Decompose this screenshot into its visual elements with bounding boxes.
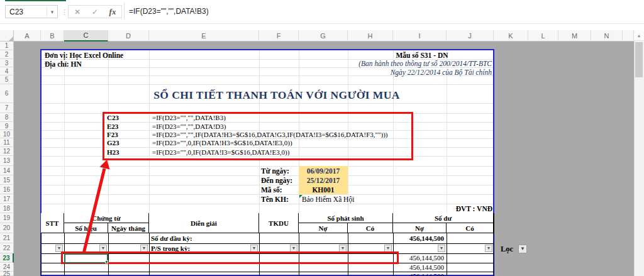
row-header-17[interactable]: 17	[0, 194, 14, 204]
header-ps-co: Có	[348, 223, 393, 233]
fill-handle[interactable]	[105, 260, 108, 263]
column-header-a[interactable]: A	[14, 30, 41, 41]
opening-balance-debit: 456,144,500	[393, 235, 444, 242]
table-line	[41, 243, 494, 244]
row-header-6[interactable]: 6	[0, 84, 14, 103]
from-date-label: Từ ngày:	[261, 167, 289, 175]
unit-label: ĐVT : VNĐ	[402, 205, 492, 213]
table-line	[447, 233, 447, 276]
scroll-up-icon[interactable]: ▲	[634, 30, 644, 41]
formula-bar-divider	[124, 3, 125, 19]
header-sd-co: Có	[447, 223, 494, 233]
name-box-caret-icon[interactable]: ▾	[47, 9, 57, 15]
balance-row-25: 456,144,500	[393, 272, 444, 276]
row-header-3[interactable]: 3	[0, 59, 14, 67]
active-tab-indicator	[5, 0, 66, 1]
balance-row-24: 456,144,500	[393, 263, 444, 271]
formula-highlight-box	[103, 112, 413, 160]
column-header-e[interactable]: E	[149, 30, 259, 41]
header-tkdu: TKDU	[259, 213, 299, 233]
column-header-n[interactable]: N	[591, 30, 623, 41]
address-label: Địa chỉ: HN	[45, 60, 82, 68]
row-header-22[interactable]: 22	[0, 243, 14, 253]
balance-row-23: 456,144,500	[393, 254, 444, 262]
row-header-4[interactable]: 4	[0, 67, 14, 75]
formula-buttons: ✕ ✓ fx	[68, 5, 122, 18]
code-value: KH001	[299, 186, 348, 194]
header-diengiai: Diễn giải	[149, 213, 259, 233]
to-date-value: 25/12/2017	[299, 177, 348, 184]
customer-label: Tên KH:	[261, 196, 289, 203]
form-code: Mẫu số S31 - DN	[352, 52, 492, 59]
header-sophatsinh: Số phát sinh	[299, 213, 393, 223]
to-date-label: Đến ngày:	[261, 177, 292, 184]
row-header-2[interactable]: 2	[0, 50, 14, 59]
row-header-21[interactable]: 21	[0, 233, 14, 243]
loc-filter-button[interactable]: Lọc	[501, 245, 513, 254]
column-header-m[interactable]: M	[558, 30, 591, 41]
formula-bar-chrome: C23 ▾ ⋮ ✕ ✓ fx =IF(D23="","",DATA!B3)	[0, 0, 644, 24]
header-stt: STT	[41, 213, 64, 233]
column-header-i[interactable]: I	[393, 30, 447, 41]
row-header-1[interactable]: 1	[0, 41, 14, 50]
column-header-l[interactable]: L	[528, 30, 558, 41]
column-header-j[interactable]: J	[447, 30, 494, 41]
formula-bar-input[interactable]: =IF(D23="","",DATA!B3)	[129, 7, 638, 17]
from-date-value: 06/09/2017	[299, 167, 348, 175]
header-chungtu: Chứng từ	[64, 213, 149, 223]
cell-flag-triangle-icon	[299, 195, 303, 198]
customer-value: Bảo Hiểm Xã Hội	[302, 196, 354, 203]
filter-dropdown-icon[interactable]: ▼	[485, 245, 492, 252]
row-header-10[interactable]: 10	[0, 130, 14, 138]
row23-highlight-box	[61, 251, 399, 264]
opening-balance-label: Số dư đầu kỳ:	[151, 235, 192, 242]
company-label: Đơn vị: Học Excel Online	[45, 52, 123, 59]
row-header-25[interactable]: 25	[0, 272, 14, 276]
row-header-9[interactable]: 9	[0, 122, 14, 130]
form-issued-note: (Ban hành theo thông tư số 200/2014/TT-B…	[302, 60, 492, 67]
column-header-h[interactable]: H	[348, 30, 393, 41]
header-ngaythang: Ngày tháng	[108, 223, 149, 233]
loc-dropdown-icon[interactable]: ▼	[518, 245, 527, 253]
row-header-18[interactable]: 18	[0, 204, 14, 213]
row-header-8[interactable]: 8	[0, 113, 14, 122]
code-label: Mã số:	[261, 186, 282, 194]
name-box[interactable]: C23 ▾	[5, 5, 58, 18]
header-sodu: Số dư	[393, 213, 494, 223]
excel-window: C23 ▾ ⋮ ✕ ✓ fx =IF(D23="","",DATA!B3) A …	[0, 0, 644, 276]
column-header-k[interactable]: K	[494, 30, 528, 41]
row-header-15[interactable]: 15	[0, 175, 14, 185]
row-header-23[interactable]: 23	[0, 253, 14, 263]
form-date-note: Ngày 22/12/2014 của Bộ Tài chính	[302, 69, 492, 76]
column-header-c[interactable]: C	[64, 30, 108, 41]
name-box-value: C23	[6, 8, 47, 16]
selected-cell-c23[interactable]	[64, 253, 108, 263]
select-all-triangle-icon	[8, 36, 13, 41]
insert-function-icon[interactable]: fx	[104, 7, 121, 17]
confirm-icon[interactable]: ✓	[86, 8, 104, 16]
row-header-12[interactable]: 12	[0, 147, 14, 156]
header-ps-no: Nợ	[299, 223, 348, 233]
column-header-b[interactable]: B	[41, 30, 64, 41]
column-header-partial[interactable]	[623, 30, 634, 41]
row-header-20[interactable]: 20	[0, 223, 14, 233]
cancel-icon[interactable]: ✕	[69, 8, 86, 16]
row-header-5[interactable]: 5	[0, 75, 14, 84]
page-title: SỔ CHI TIẾT THANH TOÁN VỚI NGƯỜI MUA	[88, 89, 465, 102]
column-header-d[interactable]: D	[108, 30, 149, 41]
column-header-g[interactable]: G	[299, 30, 348, 41]
drag-handle-icon: ⋮	[61, 8, 68, 16]
row-header-11[interactable]: 11	[0, 138, 14, 147]
header-sohieu: Số hiệu	[64, 223, 108, 233]
row-header-13[interactable]: 13	[0, 156, 14, 166]
scrollbar-thumb[interactable]	[635, 42, 643, 77]
header-sd-no: Nợ	[393, 223, 447, 233]
column-header-f[interactable]: F	[259, 30, 299, 41]
row-header-14[interactable]: 14	[0, 166, 14, 175]
row-header-16[interactable]: 16	[0, 185, 14, 194]
row-header-7[interactable]: 7	[0, 103, 14, 113]
row-header-19[interactable]: 19	[0, 213, 14, 223]
filter-dropdown-icon[interactable]: ▼	[438, 245, 445, 252]
